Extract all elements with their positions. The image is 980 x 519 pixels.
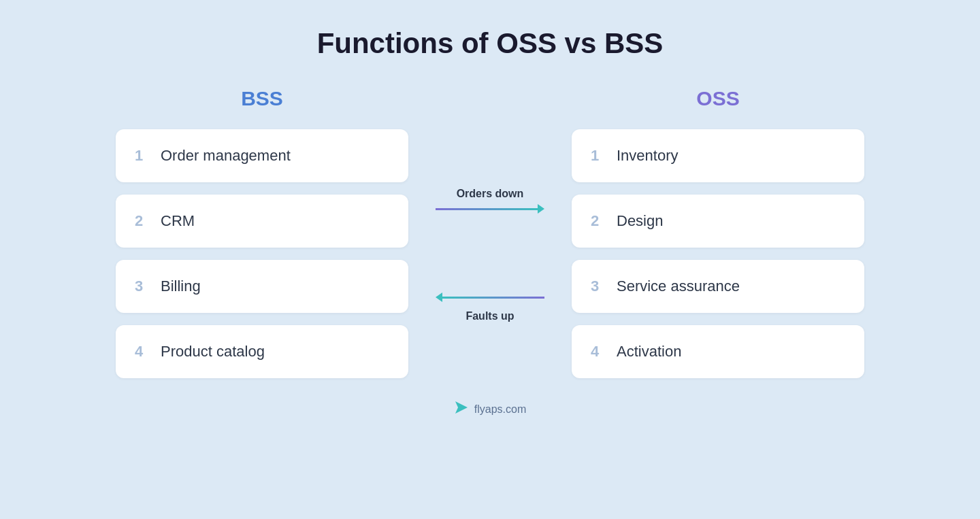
oss-column: OSS 1 Inventory 2 Design 3 Service assur… — [572, 87, 864, 378]
bss-item-4: 4 Product catalog — [116, 325, 408, 378]
faults-line — [442, 297, 544, 299]
orders-down-block: Orders down — [436, 188, 544, 214]
oss-item-3: 3 Service assurance — [572, 260, 864, 313]
bss-item-2: 2 CRM — [116, 195, 408, 248]
footer: flyaps.com — [454, 400, 526, 418]
columns-wrapper: BSS 1 Order management 2 CRM 3 Billing 4… — [41, 87, 939, 378]
oss-item-1-label: Inventory — [617, 147, 679, 165]
bss-item-3-number: 3 — [135, 278, 148, 295]
bss-header: BSS — [241, 87, 283, 110]
oss-item-1: 1 Inventory — [572, 129, 864, 182]
bss-item-3: 3 Billing — [116, 260, 408, 313]
orders-arrow-head — [538, 204, 544, 214]
bss-item-2-number: 2 — [135, 212, 148, 230]
bss-item-3-label: Billing — [161, 278, 201, 295]
page-title: Functions of OSS vs BSS — [317, 27, 664, 60]
bss-items-list: 1 Order management 2 CRM 3 Billing 4 Pro… — [116, 129, 408, 378]
flyaps-logo-icon — [454, 400, 469, 418]
oss-item-4-number: 4 — [591, 343, 604, 361]
oss-item-3-label: Service assurance — [617, 278, 740, 295]
bss-item-2-label: CRM — [161, 212, 195, 230]
faults-arrow-head — [436, 292, 442, 302]
bss-item-1-number: 1 — [135, 147, 148, 165]
orders-down-label: Orders down — [457, 188, 524, 200]
oss-item-2: 2 Design — [572, 195, 864, 248]
middle-content: Orders down Faults up — [408, 141, 572, 322]
oss-item-3-number: 3 — [591, 278, 604, 295]
page-container: Functions of OSS vs BSS BSS 1 Order mana… — [0, 0, 980, 519]
oss-header: OSS — [696, 87, 739, 110]
orders-line — [436, 208, 538, 210]
oss-items-list: 1 Inventory 2 Design 3 Service assurance… — [572, 129, 864, 378]
footer-text: flyaps.com — [474, 403, 526, 416]
bss-item-1: 1 Order management — [116, 129, 408, 182]
bss-item-4-label: Product catalog — [161, 343, 265, 361]
oss-item-4-label: Activation — [617, 343, 681, 361]
bss-item-1-label: Order management — [161, 147, 291, 165]
faults-up-label: Faults up — [466, 310, 514, 322]
orders-down-arrow — [436, 204, 544, 214]
middle-section: Orders down Faults up — [408, 87, 572, 322]
bss-column: BSS 1 Order management 2 CRM 3 Billing 4… — [116, 87, 408, 378]
faults-up-arrow — [436, 292, 544, 302]
faults-up-block: Faults up — [436, 292, 544, 322]
oss-item-1-number: 1 — [591, 147, 604, 165]
bss-item-4-number: 4 — [135, 343, 148, 361]
oss-item-2-label: Design — [617, 212, 663, 230]
oss-item-2-number: 2 — [591, 212, 604, 230]
oss-item-4: 4 Activation — [572, 325, 864, 378]
svg-marker-0 — [455, 401, 468, 414]
